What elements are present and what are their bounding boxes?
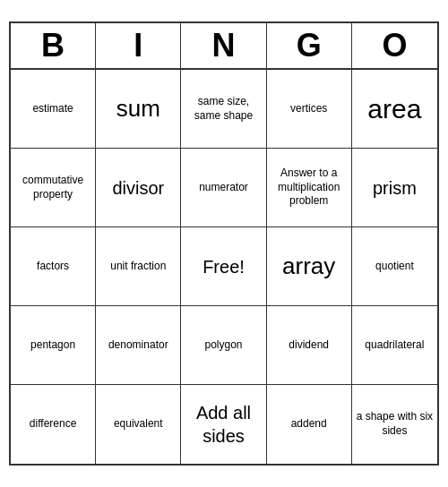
bingo-cell: array — [267, 227, 352, 306]
cell-text: array — [282, 252, 335, 282]
bingo-header: BINGO — [11, 23, 437, 70]
bingo-card: BINGO estimatesumsame size, same shapeve… — [9, 21, 439, 466]
cell-text: commutative property — [14, 174, 91, 201]
bingo-cell: a shape with six sides — [352, 385, 437, 464]
bingo-cell: area — [352, 70, 437, 149]
header-letter: I — [96, 23, 181, 68]
cell-text: pentagon — [30, 338, 75, 353]
cell-text: quadrilateral — [365, 338, 424, 353]
cell-text: Free! — [202, 255, 245, 278]
bingo-cell: factors — [11, 227, 96, 306]
bingo-cell: polygon — [181, 306, 266, 385]
cell-text: a shape with six sides — [356, 410, 434, 438]
bingo-cell: equivalent — [96, 385, 181, 464]
bingo-cell: commutative property — [11, 149, 96, 227]
cell-text: vertices — [290, 102, 327, 116]
header-letter: O — [352, 23, 437, 68]
bingo-cell: addend — [267, 385, 352, 464]
bingo-cell: divisor — [96, 149, 181, 227]
cell-text: dividend — [289, 338, 329, 353]
bingo-cell: denominator — [96, 306, 181, 385]
bingo-cell: difference — [11, 385, 96, 464]
cell-text: Answer to a multiplication problem — [271, 167, 348, 209]
cell-text: polygon — [204, 338, 242, 353]
cell-text: addend — [291, 417, 327, 431]
bingo-cell: prism — [352, 149, 437, 227]
bingo-cell: dividend — [267, 306, 352, 385]
header-letter: N — [181, 23, 266, 68]
bingo-cell: quadrilateral — [352, 306, 437, 385]
bingo-cell: Answer to a multiplication problem — [267, 149, 352, 227]
bingo-cell: estimate — [11, 70, 96, 149]
cell-text: prism — [373, 176, 417, 200]
cell-text: difference — [30, 417, 76, 431]
bingo-cell: same size, same shape — [181, 70, 266, 149]
bingo-cell: vertices — [267, 70, 352, 149]
cell-text: denominator — [108, 338, 168, 353]
header-letter: B — [11, 23, 96, 68]
cell-text: estimate — [32, 102, 73, 116]
bingo-cell: Add all sides — [181, 385, 266, 464]
cell-text: equivalent — [114, 417, 163, 431]
cell-text: numerator — [199, 181, 248, 195]
cell-text: divisor — [112, 176, 164, 200]
cell-text: same size, same shape — [185, 95, 262, 123]
bingo-cell: pentagon — [11, 306, 96, 385]
bingo-cell: sum — [96, 70, 181, 149]
cell-text: quotient — [375, 260, 414, 274]
header-letter: G — [267, 23, 352, 68]
cell-text: factors — [37, 260, 69, 274]
cell-text: sum — [116, 94, 160, 124]
bingo-cell: unit fraction — [96, 227, 181, 306]
cell-text: Add all sides — [185, 401, 262, 448]
cell-text: unit fraction — [110, 260, 166, 274]
bingo-cell: quotient — [352, 227, 437, 306]
bingo-cell: Free! — [181, 227, 266, 306]
cell-text: area — [367, 91, 421, 126]
bingo-cell: numerator — [181, 149, 266, 227]
bingo-grid: estimatesumsame size, same shapevertices… — [11, 70, 437, 464]
